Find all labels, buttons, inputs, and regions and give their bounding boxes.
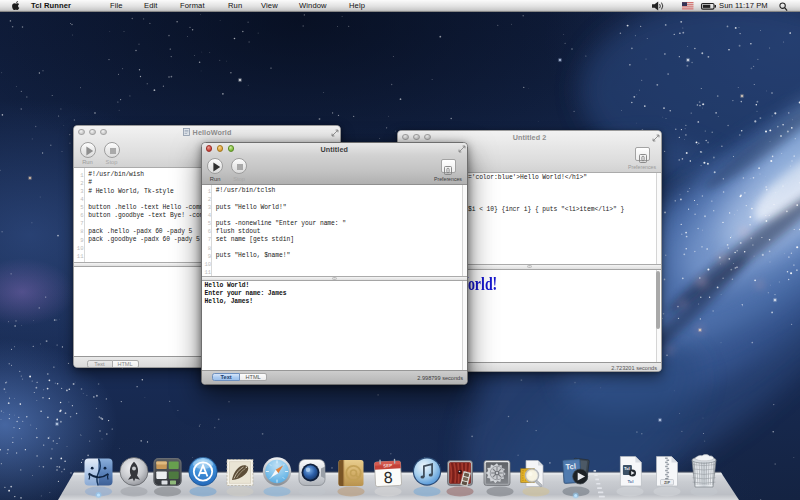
svg-text:SEP: SEP [383, 463, 392, 468]
svg-text:8: 8 [383, 469, 393, 486]
svg-text:ZIP: ZIP [664, 480, 670, 485]
svg-text:Tcl: Tcl [565, 462, 576, 472]
svg-text:Tcl: Tcl [624, 466, 630, 471]
svg-text:Tcl: Tcl [627, 479, 633, 484]
